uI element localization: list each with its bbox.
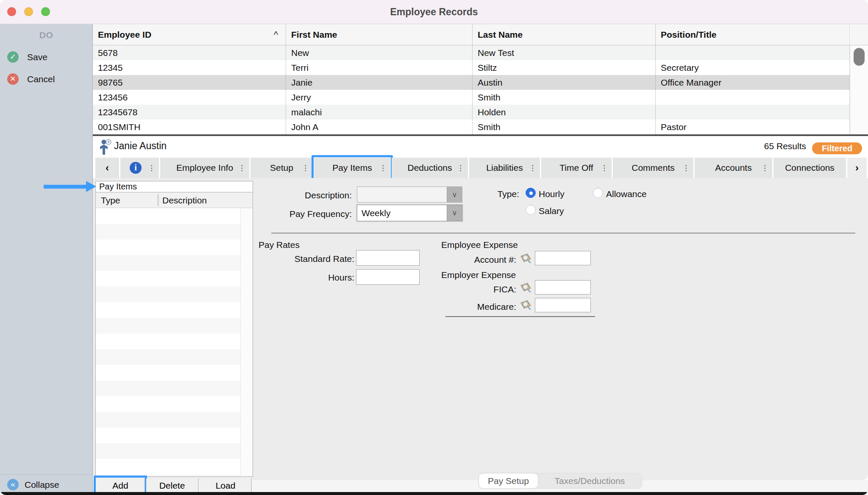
employee-expense-heading: Employee Expense [441,240,518,250]
column-header-first-name[interactable]: First Name [286,24,473,45]
tab-options-icon[interactable]: ⋮ [457,164,464,172]
taxes-deductions-segment[interactable]: Taxes/Deductions [538,473,642,488]
pay-items-scrollbar[interactable] [240,208,253,476]
tab-info[interactable]: i ⋮ [120,158,159,178]
cell-employee-id: 001SMITH [93,120,286,134]
tab-pay-items-active[interactable]: Pay Items ⋮ [314,158,390,178]
table-row[interactable]: 001SMITH John A Smith Pastor [93,120,868,134]
sidebar-section-label: DO [0,30,92,40]
fica-lookup-icon[interactable] [520,281,533,295]
description-column-header[interactable]: Description [162,195,207,206]
tab-label: Pay Items [332,163,372,173]
allowance-label: Allowance [606,189,647,199]
tab-label: Comments [632,163,675,173]
column-header-employee-id[interactable]: Employee ID ^ [93,24,286,45]
tab-setup[interactable]: Setup ⋮ [250,158,313,178]
title-bar: Employee Records [0,0,868,24]
tab-options-icon[interactable]: ⋮ [238,164,245,172]
tab-time-off[interactable]: Time Off ⋮ [541,158,612,178]
medicare-lookup-icon[interactable] [520,299,533,312]
tab-connections[interactable]: Connections [773,158,846,178]
type-column-header[interactable]: Type [101,195,120,206]
add-button[interactable]: Add [97,478,145,492]
employee-table: Employee ID ^ First Name Last Name Posit… [93,24,868,134]
cell-employee-id: 5678 [93,45,286,60]
info-icon: i [130,162,142,174]
fica-label: FICA: [448,284,516,295]
pay-setup-segment[interactable]: Pay Setup [479,473,538,488]
column-header-position[interactable]: Position/Title [656,24,850,45]
salary-label: Salary [539,206,564,216]
tab-employee-info[interactable]: Employee Info ⋮ [160,158,249,178]
tab-options-icon[interactable]: ⋮ [529,164,536,172]
tab-scroll-forward-button[interactable]: › [847,158,867,178]
cell-employee-id: 98765 [93,75,286,90]
employee-table-header: Employee ID ^ First Name Last Name Posit… [93,24,868,45]
cell-last-name: Smith [473,90,656,105]
check-icon: ✓ [7,51,19,63]
account-number-input[interactable] [535,251,591,265]
chevron-down-icon[interactable]: ∨ [447,187,462,202]
tab-options-icon[interactable]: ⋮ [682,164,690,172]
tab-accounts[interactable]: Accounts ⋮ [695,158,772,178]
table-row[interactable]: 12345678 malachi Holden [93,105,868,120]
fica-input[interactable] [535,280,591,295]
table-scrollbar[interactable] [850,45,868,134]
pay-frequency-dropdown[interactable]: Weekly ∨ [357,205,462,221]
tab-comments[interactable]: Comments ⋮ [613,158,693,178]
cancel-button[interactable]: × Cancel [0,72,93,89]
description-dropdown[interactable]: ∨ [357,186,462,203]
tab-options-icon[interactable]: ⋮ [302,164,309,172]
filtered-badge[interactable]: Filtered [812,142,862,154]
pay-items-column-headers: Type Description [96,192,253,208]
tab-options-icon[interactable]: ⋮ [379,164,387,172]
pay-items-empty-list[interactable] [96,208,253,476]
column-header-last-name[interactable]: Last Name [473,24,656,45]
cell-first-name: Janie [286,75,473,90]
medicare-label: Medicare: [448,302,516,312]
pay-frequency-value: Weekly [362,208,390,218]
table-row[interactable]: 5678 New New Test [93,45,868,60]
annotation-arrow [44,185,86,189]
cell-last-name: Holden [473,105,656,120]
allowance-radio[interactable] [593,188,603,198]
tab-label: Employee Info [176,163,233,173]
tab-options-icon[interactable]: ⋮ [148,164,155,172]
pay-view-segmented-control: Pay Setup Taxes/Deductions [479,473,642,489]
pay-rates-heading: Pay Rates [259,240,300,250]
cell-first-name: John A [286,120,473,134]
account-lookup-icon[interactable] [520,252,533,266]
hours-input[interactable] [356,269,420,285]
column-divider [158,194,159,206]
tab-deductions[interactable]: Deductions ⋮ [392,158,468,178]
header-filler [850,24,868,45]
sidebar-divider [0,474,93,475]
cell-last-name: Smith [473,120,656,134]
cell-last-name: Austin [473,75,656,90]
save-button[interactable]: ✓ Save [0,50,93,67]
cell-position [656,45,850,60]
tab-liabilities[interactable]: Liabilities ⋮ [469,158,540,178]
tab-options-icon[interactable]: ⋮ [601,164,608,172]
account-number-label: Account #: [448,255,516,265]
chevron-down-icon[interactable]: ∨ [447,205,462,221]
employee-person-icon [98,139,112,155]
table-row-selected[interactable]: 98765 Janie Austin Office Manager [93,75,868,90]
salary-radio[interactable] [526,205,536,215]
delete-button[interactable]: Delete [146,478,199,492]
table-row[interactable]: 12345 Terri Stiltz Secretary [93,60,868,75]
hourly-radio[interactable] [526,188,536,198]
cell-employee-id: 12345 [93,60,286,75]
tab-options-icon[interactable]: ⋮ [761,164,768,172]
table-scrollbar-thumb[interactable] [854,48,865,66]
load-button[interactable]: Load [200,478,252,492]
description-label: Description: [280,190,352,200]
employee-records-window: Employee Records DO ✓ Save × Cancel « Co… [0,0,868,495]
save-label: Save [27,51,47,63]
standard-rate-input[interactable] [356,250,420,266]
medicare-input[interactable] [535,298,591,312]
cell-first-name: New [286,45,473,60]
tab-scroll-back-button[interactable]: ‹ [95,158,119,178]
cell-position [656,105,850,120]
table-row[interactable]: 123456 Jerry Smith [93,90,868,105]
